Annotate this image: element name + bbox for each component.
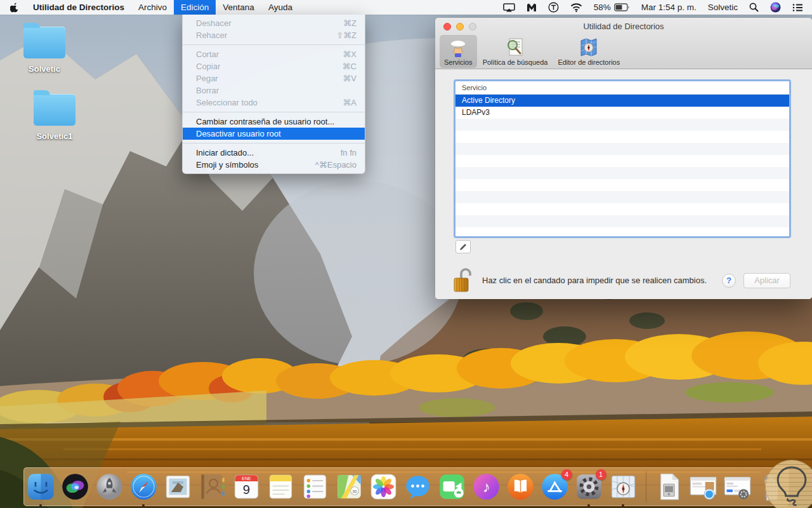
- dock-divider: [646, 471, 646, 503]
- dock-icon-contacts[interactable]: [197, 472, 227, 502]
- services-table[interactable]: Servicio Active DirectoryLDAPv3: [454, 79, 791, 238]
- table-row-empty[interactable]: [455, 143, 789, 155]
- user-menu[interactable]: Solvetic: [702, 0, 743, 15]
- menu-separator: [183, 143, 365, 144]
- menu-item-label: Rehacer: [196, 30, 227, 40]
- menu-item-cortar: Cortar⌘X: [183, 48, 365, 60]
- menu-bar-item-ventana[interactable]: Ventana: [216, 0, 261, 15]
- toolbar-tab-label: Editor de directorios: [558, 58, 620, 66]
- toolbar-tab-editor-de-directorios[interactable]: Editor de directorios: [553, 35, 624, 68]
- menu-bar-item-ayuda[interactable]: Ayuda: [261, 0, 299, 15]
- malwarebytes-icon[interactable]: [521, 0, 542, 15]
- toolbar-tab-servicios[interactable]: Servicios: [440, 35, 477, 68]
- menu-item-desactivar-usuario-root[interactable]: Desactivar usuario root: [183, 128, 365, 140]
- table-row-empty[interactable]: [455, 155, 789, 167]
- apply-button[interactable]: Aplicar: [743, 273, 790, 288]
- menu-item-label: Deshacer: [196, 18, 232, 28]
- menu-item-label: Iniciar dictado...: [196, 148, 254, 157]
- table-row-empty[interactable]: [455, 203, 789, 215]
- menu-item-rehacer: Rehacer⇧⌘Z: [183, 29, 365, 41]
- menu-item-label: Pegar: [196, 74, 218, 83]
- window-toolbar: ServiciosPolítica de búsquedaEditor de d…: [440, 35, 625, 68]
- edit-menu-dropdown: Deshacer⌘ZRehacer⇧⌘ZCortar⌘XCopiar⌘CPega…: [182, 15, 365, 174]
- desktop-folder-solvetic1[interactable]: Solvetic1: [24, 94, 85, 141]
- dock-icon-ibooks[interactable]: [506, 472, 535, 502]
- dock-icon-messages[interactable]: [403, 472, 433, 502]
- menu-item-iniciar-dictado[interactable]: Iniciar dictado...fn fn: [183, 147, 365, 159]
- svg-text:♪: ♪: [482, 479, 490, 495]
- apple-menu[interactable]: [0, 0, 26, 15]
- menu-item-shortcut: ^⌘Espacio: [315, 160, 357, 170]
- table-row-empty[interactable]: [455, 119, 789, 131]
- menu-bar-item-archivo[interactable]: Archivo: [131, 0, 174, 15]
- table-row-empty[interactable]: [455, 215, 789, 227]
- menu-bar-status: 58% Mar 1:54 p. m. Solvetic: [497, 0, 812, 15]
- dock-icon-siri[interactable]: [60, 472, 90, 502]
- menu-separator: [183, 112, 365, 112]
- battery-icon: [614, 3, 630, 11]
- dock-icon-safari[interactable]: [129, 472, 159, 502]
- dock-icon-dirutil[interactable]: [608, 472, 638, 502]
- dock-icon-reminders[interactable]: [300, 472, 330, 502]
- table-header-servicio[interactable]: Servicio: [455, 81, 789, 95]
- dock-icon-notes[interactable]: [266, 472, 296, 502]
- unlocked-padlock-icon[interactable]: [454, 267, 474, 293]
- menu-item-label: Copiar: [196, 62, 220, 71]
- battery-percent: 58%: [594, 3, 611, 12]
- table-row-empty[interactable]: [455, 167, 789, 179]
- wifi-icon[interactable]: [565, 0, 588, 15]
- dock-icon-calendar[interactable]: ENE9: [232, 472, 261, 502]
- menu-bar-item-utilidad-de-directorios[interactable]: Utilidad de Directorios: [26, 0, 131, 15]
- lightbulb-sketch-icon: [766, 460, 812, 508]
- desktop-folder-solvetic[interactable]: Solvetic: [14, 27, 75, 74]
- display-mirroring-icon[interactable]: [497, 0, 521, 15]
- dock-icon-itunes[interactable]: ♪: [471, 472, 501, 502]
- siri-icon[interactable]: [764, 0, 787, 15]
- clock[interactable]: Mar 1:54 p. m.: [636, 0, 702, 15]
- apple-logo-icon: [10, 2, 19, 13]
- menu-bar: Utilidad de DirectoriosArchivoEdiciónVen…: [0, 0, 812, 15]
- running-indicator: [622, 504, 624, 507]
- tunnelblick-icon[interactable]: [542, 0, 565, 15]
- dock-icon-maps[interactable]: 3D: [334, 472, 364, 502]
- dock: ENE93D♪41: [23, 467, 789, 506]
- edit-pencil-button[interactable]: [455, 240, 471, 253]
- menu-item-emoji-y-s-mbolos[interactable]: Emoji y símbolos^⌘Espacio: [183, 159, 365, 171]
- window-header[interactable]: Utilidad de Directorios ServiciosPolític…: [435, 18, 812, 69]
- dock-icon-window-prefs[interactable]: [723, 472, 752, 502]
- menu-bar-item-edici-n[interactable]: Edición: [174, 0, 216, 15]
- dock-icon-appstore[interactable]: 4: [540, 472, 570, 502]
- menu-item-cambiar-contrase-a-de-usuario-root[interactable]: Cambiar contraseña de usuario root...: [183, 116, 365, 128]
- battery-status[interactable]: 58%: [588, 0, 636, 15]
- folder-icon: [34, 94, 75, 126]
- svg-text:3D: 3D: [352, 490, 357, 493]
- search-policy-icon: [504, 37, 526, 58]
- table-row-empty[interactable]: [455, 227, 789, 238]
- menu-bar-left: Utilidad de DirectoriosArchivoEdiciónVen…: [0, 0, 299, 15]
- menu-item-deshacer: Deshacer⌘Z: [183, 17, 365, 29]
- dock-icon-window-safari[interactable]: [688, 472, 718, 502]
- dock-icon-facetime[interactable]: [437, 472, 467, 502]
- dock-icon-mail[interactable]: [163, 472, 193, 502]
- table-row-empty[interactable]: [455, 191, 789, 203]
- dock-icon-finder[interactable]: [26, 472, 56, 502]
- spotlight-icon[interactable]: [743, 0, 764, 15]
- window-content: Servicio Active DirectoryLDAPv3 Haz clic…: [435, 70, 812, 299]
- table-row-empty[interactable]: [455, 131, 789, 143]
- menu-item-label: Seleccionar todo: [196, 98, 258, 107]
- dock-icon-launchpad[interactable]: [95, 472, 124, 502]
- table-row-ldapv3[interactable]: LDAPv3: [455, 107, 789, 119]
- dock-icon-sysprefs[interactable]: 1: [574, 472, 604, 502]
- help-button[interactable]: ?: [722, 274, 736, 288]
- menu-separator: [183, 44, 365, 45]
- menu-item-label: Cortar: [196, 50, 219, 59]
- dock-icon-docfile[interactable]: [654, 472, 684, 502]
- toolbar-tab-label: Política de búsqueda: [483, 58, 548, 66]
- toolbar-tab-pol-tica-de-b-squeda[interactable]: Política de búsqueda: [478, 35, 553, 68]
- table-row-active-directory[interactable]: Active Directory: [455, 95, 789, 107]
- notification-center-icon[interactable]: [787, 0, 812, 15]
- menu-item-shortcut: ⌘Z: [343, 18, 357, 28]
- dock-icon-photos[interactable]: [369, 472, 398, 502]
- table-row-empty[interactable]: [455, 179, 789, 191]
- lock-hint-text: Haz clic en el candado para impedir que …: [482, 276, 707, 285]
